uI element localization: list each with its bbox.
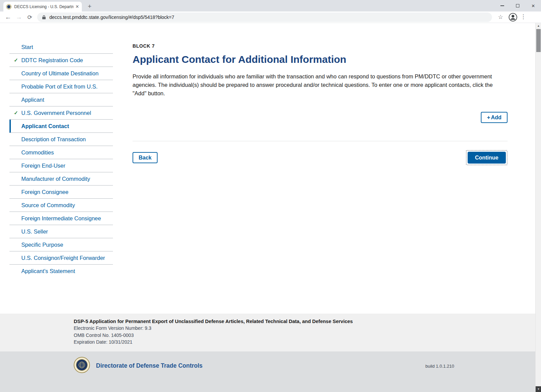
sidebar-item-label: Applicant Contact — [21, 123, 69, 129]
site-footer: Directorate of Defense Trade Controls bu… — [0, 351, 535, 392]
vertical-scrollbar: ▲ ▼ — [535, 23, 541, 392]
window-close-button[interactable]: ✕ — [525, 0, 541, 11]
sidebar-item-applicant[interactable]: Applicant — [9, 93, 113, 106]
checkmark-icon: ✓ — [14, 57, 18, 63]
add-row: + Add — [133, 112, 508, 123]
build-version: build 1.0.1.210 — [425, 364, 454, 369]
sidebar-item-u-s-government-personnel[interactable]: ✓U.S. Government Personnel — [9, 106, 113, 120]
maximize-icon — [516, 4, 519, 7]
add-button[interactable]: + Add — [481, 112, 508, 123]
sidebar-item-u-s-seller[interactable]: U.S. Seller — [9, 225, 113, 238]
menu-kebab-icon[interactable]: ⋮ — [520, 13, 526, 20]
url-text: deccs.test.pmddtc.state.gov/licensing/#/… — [49, 15, 174, 20]
sidebar-item-foreign-end-user[interactable]: Foreign End-User — [9, 159, 113, 172]
scrollbar-thumb[interactable] — [536, 29, 541, 52]
address-bar[interactable]: deccs.test.pmddtc.state.gov/licensing/#/… — [37, 13, 492, 22]
sidebar-item-label: U.S. Seller — [21, 228, 48, 235]
sidebar-item-specific-purpose[interactable]: Specific Purpose — [9, 238, 113, 251]
continue-focus-ring: Continue — [466, 150, 508, 165]
sidebar-item-label: Foreign End-User — [21, 163, 65, 169]
sidebar-item-start[interactable]: Start — [9, 41, 113, 54]
expiration-date: Expiration Date: 10/31/2021 — [74, 339, 535, 346]
sidebar-item-label: Commodities — [21, 149, 54, 156]
sidebar-item-foreign-consignee[interactable]: Foreign Consignee — [9, 186, 113, 199]
continue-button[interactable]: Continue — [468, 152, 506, 164]
org-name-link[interactable]: Directorate of Defense Trade Controls — [96, 362, 203, 369]
browser-tab[interactable]: DECCS Licensing - U.S. Departme ✕ — [3, 2, 82, 11]
checkmark-icon: ✓ — [14, 110, 18, 116]
lock-icon[interactable] — [42, 15, 46, 20]
sidebar-item-label: Applicant — [21, 97, 44, 103]
sidebar-item-label: U.S. Consignor/Freight Forwarder — [21, 255, 105, 261]
profile-avatar-icon[interactable] — [509, 13, 517, 23]
sidebar-item-applicant-contact[interactable]: Applicant Contact — [9, 120, 113, 133]
sidebar-item-foreign-intermediate-consignee[interactable]: Foreign Intermediate Consignee — [9, 212, 113, 225]
tab-title: DECCS Licensing - U.S. Departme — [14, 4, 73, 9]
form-actions: Back Continue — [133, 150, 508, 165]
back-button[interactable]: Back — [133, 152, 158, 163]
sidebar-item-label: Start — [21, 44, 33, 50]
sidebar-item-source-of-commodity[interactable]: Source of Commodity — [9, 199, 113, 212]
sidebar-item-label: DDTC Registration Code — [21, 57, 83, 64]
add-button-label: Add — [491, 114, 501, 121]
main-content: BLOCK 7 Applicant Contact for Additional… — [133, 43, 508, 165]
omb-control-number: OMB Control No. 1405-0003 — [74, 332, 535, 339]
sidebar-item-probable-port-of-exit-from-u-s[interactable]: Probable Port of Exit from U.S. — [9, 80, 113, 93]
page-description: Provide all information for individuals … — [133, 72, 506, 98]
sidebar-item-label: Country of Ultimate Destination — [21, 70, 98, 77]
sidebar-item-label: Foreign Intermediate Consignee — [21, 215, 101, 222]
sidebar-item-commodities[interactable]: Commodities — [9, 146, 113, 159]
forward-navigation-button[interactable]: → — [14, 13, 24, 22]
tab-close-icon[interactable]: ✕ — [75, 4, 79, 9]
sidebar-item-label: Probable Port of Exit from U.S. — [21, 83, 98, 90]
sidebar-nav: Start✓DDTC Registration CodeCountry of U… — [9, 41, 113, 278]
section-divider — [133, 141, 508, 141]
ddtc-seal-logo — [74, 357, 90, 373]
window-maximize-button[interactable] — [510, 0, 525, 11]
tab-strip: DECCS Licensing - U.S. Departme ✕ + ✕ — [0, 0, 541, 11]
scrollbar-up-arrow[interactable]: ▲ — [536, 23, 541, 29]
sidebar-item-applicant-s-statement[interactable]: Applicant's Statement — [9, 265, 113, 278]
sidebar-item-label: Specific Purpose — [21, 242, 63, 248]
ddtc-favicon-icon — [6, 4, 11, 9]
back-navigation-button[interactable]: ← — [3, 13, 13, 22]
sidebar-item-country-of-ultimate-destination[interactable]: Country of Ultimate Destination — [9, 67, 113, 80]
sidebar-item-label: Applicant's Statement — [21, 268, 75, 274]
form-info-footer: DSP-5 Application for Permanent Export o… — [0, 314, 535, 351]
new-tab-button[interactable]: + — [86, 3, 93, 10]
sidebar-item-label: Source of Commodity — [21, 202, 75, 209]
sidebar-item-label: U.S. Government Personnel — [21, 110, 91, 116]
sidebar-item-label: Foreign Consignee — [21, 189, 68, 195]
sidebar-item-u-s-consignor-freight-forwarder[interactable]: U.S. Consignor/Freight Forwarder — [9, 251, 113, 265]
window-minimize-button[interactable] — [494, 0, 510, 11]
sidebar-item-manufacturer-of-commodity[interactable]: Manufacturer of Commodity — [9, 172, 113, 186]
sidebar-item-description-of-transaction[interactable]: Description of Transaction — [9, 133, 113, 146]
scrollbar-down-arrow[interactable]: ▼ — [536, 386, 541, 392]
sidebar-item-ddtc-registration-code[interactable]: ✓DDTC Registration Code — [9, 54, 113, 67]
reload-button[interactable]: ⟳ — [25, 13, 34, 22]
close-icon: ✕ — [532, 3, 535, 8]
sidebar-item-label: Description of Transaction — [21, 136, 86, 143]
browser-window: DECCS Licensing - U.S. Departme ✕ + ✕ ← … — [0, 0, 541, 392]
form-title: DSP-5 Application for Permanent Export o… — [74, 318, 535, 325]
plus-icon: + — [487, 114, 490, 121]
minimize-icon — [500, 5, 504, 6]
browser-toolbar: ← → ⟳ deccs.test.pmddtc.state.gov/licens… — [0, 11, 541, 23]
bookmark-star-icon[interactable]: ☆ — [498, 14, 503, 21]
window-controls: ✕ — [494, 0, 541, 11]
sidebar-item-label: Manufacturer of Commodity — [21, 176, 90, 182]
block-label: BLOCK 7 — [133, 43, 508, 49]
page-title: Applicant Contact for Additional Informa… — [133, 53, 508, 66]
form-version: Electronic Form Version Number: 9.3 — [74, 325, 535, 332]
